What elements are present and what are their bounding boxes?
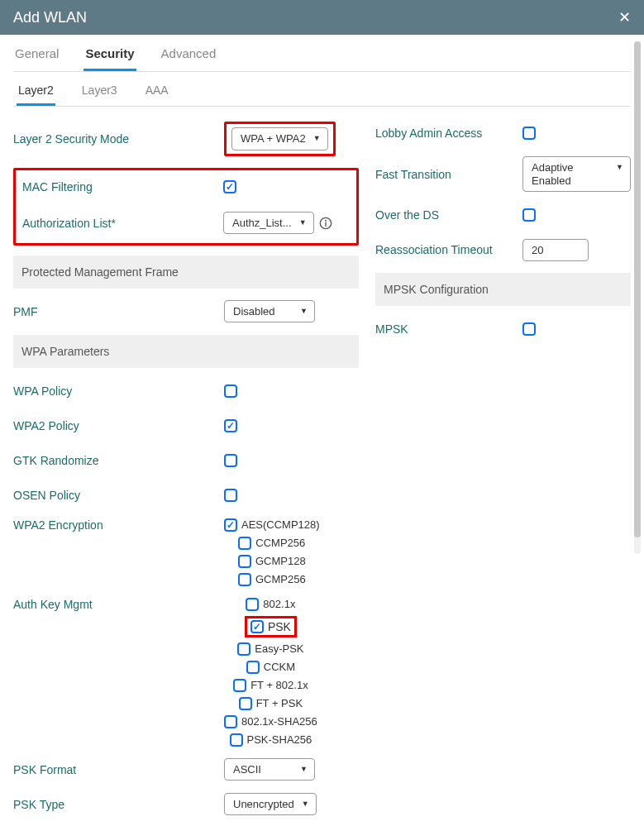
reassoc-timeout-label: Reassociation Timeout	[375, 243, 522, 256]
auth-ft8021x-checkbox[interactable]	[233, 679, 246, 692]
tab-general[interactable]: General	[13, 46, 60, 71]
svg-rect-2	[325, 222, 326, 226]
tab-advanced[interactable]: Advanced	[160, 46, 218, 71]
enc-gcmp128-label: GCMP128	[255, 555, 306, 567]
fast-transition-label: Fast Transition	[375, 168, 522, 181]
auth-ftpsk-checkbox[interactable]	[239, 697, 252, 710]
highlight-psk: PSK	[245, 616, 297, 637]
sub-tabs: Layer2 Layer3 AAA	[13, 72, 631, 107]
tab-layer3[interactable]: Layer3	[80, 84, 119, 106]
wpa2-policy-label: WPA2 Policy	[13, 419, 224, 432]
gtk-randomize-checkbox[interactable]	[224, 454, 237, 467]
mac-filtering-checkbox[interactable]	[223, 180, 236, 193]
enc-gcmp128-checkbox[interactable]	[238, 555, 251, 568]
psk-format-select[interactable]: ASCII	[224, 758, 315, 781]
wpa2-policy-checkbox[interactable]	[224, 419, 237, 432]
enc-ccmp256-checkbox[interactable]	[238, 537, 251, 550]
reassoc-timeout-input[interactable]: 20	[522, 239, 589, 261]
l2-security-mode-select[interactable]: WPA + WPA2	[231, 127, 328, 150]
l2-security-mode-label: Layer 2 Security Mode	[13, 132, 224, 146]
auth-ftpsk-label: FT + PSK	[256, 697, 303, 709]
scrollbar[interactable]	[634, 41, 641, 554]
mpsk-label: MPSK	[375, 322, 522, 336]
close-icon[interactable]: ✕	[618, 8, 631, 26]
highlight-l2mode: WPA + WPA2	[224, 122, 336, 156]
osen-policy-label: OSEN Policy	[13, 489, 224, 502]
auth-cckm-label: CCKM	[264, 661, 295, 673]
mac-filtering-label: MAC Filtering	[22, 180, 223, 193]
svg-point-1	[325, 219, 327, 221]
auth-psk-checkbox[interactable]	[250, 620, 264, 633]
modal-title: Add WLAN	[13, 9, 87, 26]
enc-gcmp256-checkbox[interactable]	[238, 573, 251, 586]
fast-transition-select[interactable]: Adaptive Enabled	[522, 156, 631, 192]
enc-aes-checkbox[interactable]	[224, 518, 237, 532]
auth-easypsk-label: Easy-PSK	[255, 642, 303, 655]
auth-8021xsha-checkbox[interactable]	[224, 715, 237, 728]
auth-8021x-label: 802.1x	[263, 598, 295, 610]
mpsk-checkbox[interactable]	[522, 322, 536, 336]
authorization-list-select[interactable]: Authz_List...	[223, 212, 314, 235]
enc-aes-label: AES(CCMP128)	[241, 518, 320, 531]
auth-cckm-checkbox[interactable]	[246, 661, 260, 674]
right-column: Lobby Admin Access Fast Transition Adapt…	[365, 122, 631, 826]
left-column: Layer 2 Security Mode WPA + WPA2 MAC Fil…	[13, 122, 359, 826]
auth-psksha-label: PSK-SHA256	[247, 733, 312, 746]
pmf-label: PMF	[13, 305, 224, 318]
auth-8021xsha-label: 802.1x-SHA256	[241, 715, 317, 728]
modal-header: Add WLAN ✕	[0, 0, 644, 35]
gtk-randomize-label: GTK Randomize	[13, 454, 224, 467]
modal-body: General Security Advanced Layer2 Layer3 …	[0, 35, 644, 826]
lobby-admin-checkbox[interactable]	[522, 127, 536, 140]
wpa-policy-checkbox[interactable]	[224, 384, 237, 398]
auth-key-mgmt-label: Auth Key Mgmt	[13, 598, 224, 611]
psk-type-select[interactable]: Unencrypted	[224, 793, 317, 816]
wpa2-encryption-label: WPA2 Encryption	[13, 518, 224, 532]
tab-layer2[interactable]: Layer2	[17, 84, 55, 106]
over-ds-label: Over the DS	[375, 208, 522, 222]
psk-type-label: PSK Type	[13, 798, 224, 811]
info-icon[interactable]	[319, 217, 332, 230]
mpsk-section-header: MPSK Configuration	[375, 273, 631, 306]
auth-8021x-checkbox[interactable]	[246, 598, 259, 611]
highlight-mac-auth: MAC Filtering Authorization List* Authz_…	[13, 168, 359, 246]
tab-security[interactable]: Security	[83, 46, 136, 71]
lobby-admin-label: Lobby Admin Access	[375, 127, 522, 140]
enc-ccmp256-label: CCMP256	[255, 537, 305, 549]
pmf-select[interactable]: Disabled	[224, 300, 315, 323]
main-tabs: General Security Advanced	[13, 35, 631, 72]
authorization-list-label: Authorization List*	[22, 217, 223, 230]
pmf-section-header: Protected Management Frame	[13, 255, 359, 289]
over-ds-checkbox[interactable]	[522, 208, 536, 222]
auth-easypsk-checkbox[interactable]	[237, 642, 250, 656]
auth-psksha-checkbox[interactable]	[230, 733, 243, 747]
wpa-policy-label: WPA Policy	[13, 384, 224, 398]
wpa-section-header: WPA Parameters	[13, 335, 359, 368]
tab-aaa[interactable]: AAA	[144, 84, 170, 106]
auth-ft8021x-label: FT + 802.1x	[250, 679, 308, 691]
osen-policy-checkbox[interactable]	[224, 489, 237, 502]
psk-format-label: PSK Format	[13, 763, 224, 776]
auth-psk-label: PSK	[268, 620, 291, 633]
enc-gcmp256-label: GCMP256	[255, 573, 306, 585]
